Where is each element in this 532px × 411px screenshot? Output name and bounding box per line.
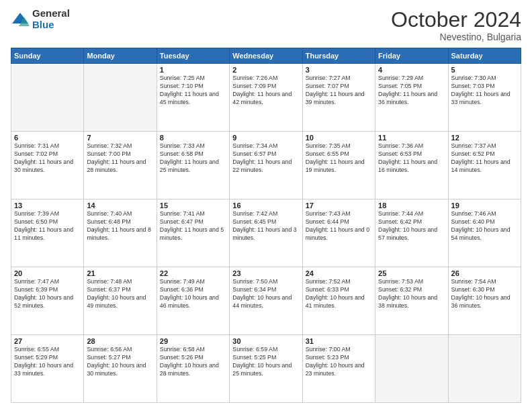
cell-info: Sunrise: 7:40 AM Sunset: 6:48 PM Dayligh… [87, 210, 153, 242]
cell-info: Sunrise: 7:46 AM Sunset: 6:40 PM Dayligh… [451, 210, 518, 242]
calendar-table: SundayMondayTuesdayWednesdayThursdayFrid… [11, 48, 521, 403]
calendar-header-friday: Friday [375, 48, 448, 64]
day-number: 19 [451, 201, 518, 210]
calendar-header-tuesday: Tuesday [157, 48, 229, 64]
day-number: 17 [306, 201, 372, 210]
day-number: 21 [87, 269, 153, 277]
calendar-cell: 19Sunrise: 7:46 AM Sunset: 6:40 PM Dayli… [448, 199, 521, 267]
calendar-cell: 1Sunrise: 7:25 AM Sunset: 7:10 PM Daylig… [157, 64, 229, 132]
cell-info: Sunrise: 7:53 AM Sunset: 6:32 PM Dayligh… [378, 278, 445, 310]
cell-info: Sunrise: 7:34 AM Sunset: 6:57 PM Dayligh… [232, 142, 299, 175]
cell-info: Sunrise: 7:26 AM Sunset: 7:09 PM Dayligh… [232, 75, 299, 107]
week-row-1: 6Sunrise: 7:31 AM Sunset: 7:02 PM Daylig… [11, 132, 521, 199]
day-number: 11 [378, 134, 445, 142]
calendar-cell: 4Sunrise: 7:29 AM Sunset: 7:05 PM Daylig… [375, 64, 448, 132]
calendar-cell: 5Sunrise: 7:30 AM Sunset: 7:03 PM Daylig… [448, 64, 521, 132]
calendar-header-wednesday: Wednesday [230, 48, 302, 64]
cell-info: Sunrise: 7:49 AM Sunset: 6:36 PM Dayligh… [160, 278, 226, 310]
cell-info: Sunrise: 6:59 AM Sunset: 5:25 PM Dayligh… [232, 346, 299, 378]
cell-info: Sunrise: 7:36 AM Sunset: 6:53 PM Dayligh… [378, 142, 445, 175]
day-number: 5 [451, 66, 518, 74]
cell-info: Sunrise: 6:58 AM Sunset: 5:26 PM Dayligh… [160, 346, 226, 378]
calendar-cell: 2Sunrise: 7:26 AM Sunset: 7:09 PM Daylig… [230, 64, 302, 132]
day-number: 26 [451, 269, 518, 277]
header: General Blue October 2024 Nevestino, Bul… [11, 8, 521, 42]
day-number: 6 [14, 134, 81, 142]
day-number: 27 [14, 337, 81, 345]
cell-info: Sunrise: 7:54 AM Sunset: 6:30 PM Dayligh… [451, 278, 518, 310]
calendar-cell: 29Sunrise: 6:58 AM Sunset: 5:26 PM Dayli… [157, 335, 229, 403]
calendar-cell: 30Sunrise: 6:59 AM Sunset: 5:25 PM Dayli… [230, 335, 302, 403]
calendar-cell: 31Sunrise: 7:00 AM Sunset: 5:23 PM Dayli… [302, 335, 375, 403]
location: Nevestino, Bulgaria [391, 32, 521, 42]
week-row-3: 20Sunrise: 7:47 AM Sunset: 6:39 PM Dayli… [11, 267, 521, 335]
cell-info: Sunrise: 7:30 AM Sunset: 7:03 PM Dayligh… [451, 75, 518, 107]
cell-info: Sunrise: 7:44 AM Sunset: 6:42 PM Dayligh… [378, 210, 445, 242]
calendar-cell: 3Sunrise: 7:27 AM Sunset: 7:07 PM Daylig… [302, 64, 375, 132]
day-number: 20 [14, 269, 81, 277]
day-number: 30 [232, 337, 299, 345]
calendar-cell: 26Sunrise: 7:54 AM Sunset: 6:30 PM Dayli… [448, 267, 521, 335]
calendar-cell: 9Sunrise: 7:34 AM Sunset: 6:57 PM Daylig… [230, 132, 302, 199]
cell-info: Sunrise: 7:37 AM Sunset: 6:52 PM Dayligh… [451, 142, 518, 175]
page: General Blue October 2024 Nevestino, Bul… [0, 0, 532, 411]
day-number: 9 [232, 134, 299, 142]
calendar-cell: 7Sunrise: 7:32 AM Sunset: 7:00 PM Daylig… [84, 132, 157, 199]
calendar-header-saturday: Saturday [448, 48, 521, 64]
cell-info: Sunrise: 7:27 AM Sunset: 7:07 PM Dayligh… [306, 75, 372, 107]
calendar-cell: 14Sunrise: 7:40 AM Sunset: 6:48 PM Dayli… [84, 199, 157, 267]
calendar-cell: 13Sunrise: 7:39 AM Sunset: 6:50 PM Dayli… [11, 199, 84, 267]
cell-info: Sunrise: 7:41 AM Sunset: 6:47 PM Dayligh… [160, 210, 226, 242]
day-number: 23 [232, 269, 299, 277]
calendar-cell: 12Sunrise: 7:37 AM Sunset: 6:52 PM Dayli… [448, 132, 521, 199]
day-number: 12 [451, 134, 518, 142]
cell-info: Sunrise: 6:55 AM Sunset: 5:29 PM Dayligh… [14, 346, 81, 378]
cell-info: Sunrise: 7:35 AM Sunset: 6:55 PM Dayligh… [306, 142, 372, 175]
calendar-cell: 21Sunrise: 7:48 AM Sunset: 6:37 PM Dayli… [84, 267, 157, 335]
day-number: 1 [160, 66, 226, 74]
month-title: October 2024 [391, 8, 521, 32]
cell-info: Sunrise: 7:25 AM Sunset: 7:10 PM Dayligh… [160, 75, 226, 107]
calendar-cell [448, 335, 521, 403]
cell-info: Sunrise: 7:47 AM Sunset: 6:39 PM Dayligh… [14, 278, 81, 310]
day-number: 31 [306, 337, 372, 345]
calendar-cell: 28Sunrise: 6:56 AM Sunset: 5:27 PM Dayli… [84, 335, 157, 403]
day-number: 10 [306, 134, 372, 142]
cell-info: Sunrise: 7:29 AM Sunset: 7:05 PM Dayligh… [378, 75, 445, 107]
title-block: October 2024 Nevestino, Bulgaria [391, 8, 521, 42]
cell-info: Sunrise: 7:00 AM Sunset: 5:23 PM Dayligh… [306, 346, 372, 378]
cell-info: Sunrise: 7:33 AM Sunset: 6:58 PM Dayligh… [160, 142, 226, 175]
calendar-header-row: SundayMondayTuesdayWednesdayThursdayFrid… [11, 48, 521, 64]
day-number: 4 [378, 66, 445, 74]
calendar-cell: 22Sunrise: 7:49 AM Sunset: 6:36 PM Dayli… [157, 267, 229, 335]
calendar-header-monday: Monday [84, 48, 157, 64]
day-number: 18 [378, 201, 445, 210]
calendar-cell: 11Sunrise: 7:36 AM Sunset: 6:53 PM Dayli… [375, 132, 448, 199]
day-number: 24 [306, 269, 372, 277]
logo-general-text: General [32, 8, 70, 19]
logo-blue-text: Blue [32, 19, 70, 31]
day-number: 14 [87, 201, 153, 210]
calendar-cell [11, 64, 84, 132]
week-row-0: 1Sunrise: 7:25 AM Sunset: 7:10 PM Daylig… [11, 64, 521, 132]
calendar-cell: 25Sunrise: 7:53 AM Sunset: 6:32 PM Dayli… [375, 267, 448, 335]
day-number: 8 [160, 134, 226, 142]
calendar-cell [84, 64, 157, 132]
cell-info: Sunrise: 7:50 AM Sunset: 6:34 PM Dayligh… [232, 278, 299, 310]
cell-info: Sunrise: 7:52 AM Sunset: 6:33 PM Dayligh… [306, 278, 372, 310]
calendar-cell: 27Sunrise: 6:55 AM Sunset: 5:29 PM Dayli… [11, 335, 84, 403]
day-number: 25 [378, 269, 445, 277]
day-number: 7 [87, 134, 153, 142]
calendar-cell: 10Sunrise: 7:35 AM Sunset: 6:55 PM Dayli… [302, 132, 375, 199]
cell-info: Sunrise: 6:56 AM Sunset: 5:27 PM Dayligh… [87, 346, 153, 378]
day-number: 22 [160, 269, 226, 277]
calendar-cell: 8Sunrise: 7:33 AM Sunset: 6:58 PM Daylig… [157, 132, 229, 199]
cell-info: Sunrise: 7:43 AM Sunset: 6:44 PM Dayligh… [306, 210, 372, 242]
calendar-cell: 16Sunrise: 7:42 AM Sunset: 6:45 PM Dayli… [230, 199, 302, 267]
cell-info: Sunrise: 7:39 AM Sunset: 6:50 PM Dayligh… [14, 210, 81, 242]
day-number: 13 [14, 201, 81, 210]
cell-info: Sunrise: 7:48 AM Sunset: 6:37 PM Dayligh… [87, 278, 153, 310]
calendar-cell: 18Sunrise: 7:44 AM Sunset: 6:42 PM Dayli… [375, 199, 448, 267]
calendar-cell [375, 335, 448, 403]
logo: General Blue [11, 8, 70, 30]
